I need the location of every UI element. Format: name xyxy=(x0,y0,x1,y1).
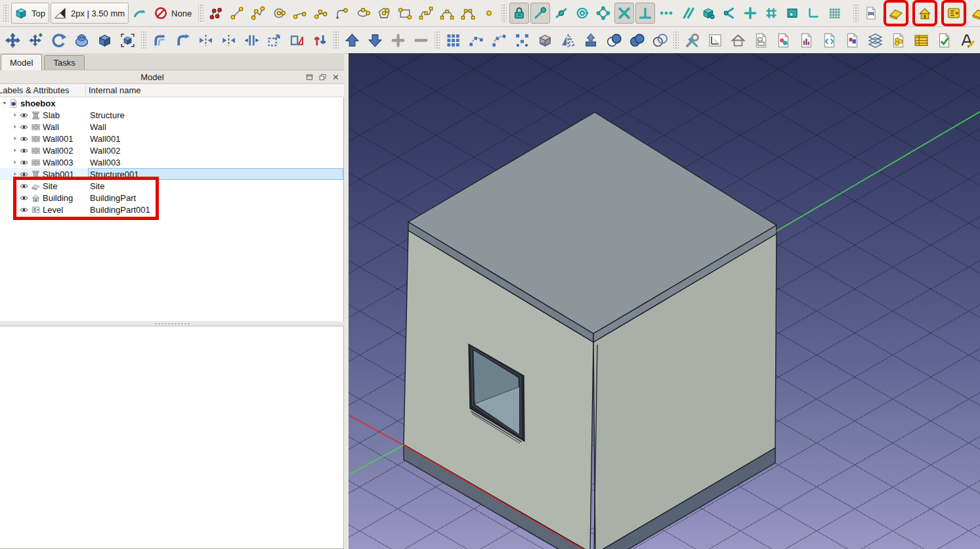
move-button[interactable] xyxy=(2,30,24,51)
trimex-button[interactable] xyxy=(172,30,194,51)
join-button[interactable] xyxy=(218,30,240,51)
clone-button[interactable] xyxy=(71,30,93,51)
visibility-eye-icon[interactable] xyxy=(19,110,29,120)
remove-component-button[interactable] xyxy=(410,30,432,51)
snap-near-button[interactable] xyxy=(698,3,718,24)
chart-button[interactable] xyxy=(796,30,817,51)
draft-sketch-button[interactable] xyxy=(206,3,226,24)
grid-toggle-button[interactable] xyxy=(824,3,844,24)
snap-extension-button[interactable] xyxy=(656,3,676,24)
toolbar-grip[interactable] xyxy=(435,31,440,49)
draft-bspline-button[interactable] xyxy=(416,3,436,24)
bim-setup-button[interactable] xyxy=(681,30,703,51)
tree-row-root[interactable]: shoebox xyxy=(0,97,343,109)
pointer-tool-button[interactable] xyxy=(130,3,150,24)
expand-arrow-down[interactable] xyxy=(0,100,9,106)
snap-working-plane-button[interactable] xyxy=(782,3,802,24)
layers-button[interactable] xyxy=(864,30,886,51)
building-button[interactable] xyxy=(915,3,935,24)
extrude-button[interactable] xyxy=(580,30,602,51)
tree-row-wall002[interactable]: Wall002Wall002 xyxy=(0,144,343,156)
snap-lock-button[interactable] xyxy=(509,3,529,24)
drawing-view-button[interactable] xyxy=(750,30,772,51)
schedule-button[interactable] xyxy=(910,30,932,51)
visibility-eye-icon[interactable] xyxy=(19,169,29,179)
union-button[interactable] xyxy=(603,30,625,51)
tree-row-slab[interactable]: SlabStructure xyxy=(0,109,343,121)
draft-arc-button[interactable] xyxy=(290,3,310,24)
column-labels-attributes[interactable]: Labels & Attributes xyxy=(0,85,86,95)
point-array-button[interactable] xyxy=(511,30,533,51)
draft-point-button[interactable] xyxy=(479,3,499,24)
working-plane-view-button[interactable] xyxy=(704,30,726,51)
toolbar-grip[interactable] xyxy=(853,4,859,22)
toolbar-grip[interactable] xyxy=(3,4,9,22)
visibility-eye-icon[interactable] xyxy=(19,181,29,191)
tree-row-wall003[interactable]: Wall003Wall003 xyxy=(0,156,343,168)
toolbar-grip[interactable] xyxy=(501,4,507,22)
preflight-button[interactable] xyxy=(933,30,955,51)
draft-arc-3points-button[interactable] xyxy=(311,3,331,24)
draft-circle-button[interactable] xyxy=(269,3,289,24)
add-component-button[interactable] xyxy=(387,30,409,51)
project-button[interactable] xyxy=(727,30,749,51)
toolbar-grip[interactable] xyxy=(333,31,339,49)
dock-icon[interactable] xyxy=(305,73,314,81)
snap-ortho-button[interactable] xyxy=(740,3,760,24)
visibility-eye-icon[interactable] xyxy=(19,146,29,156)
tab-model[interactable]: Model xyxy=(1,54,42,70)
draft-rectangle-button[interactable] xyxy=(395,3,415,24)
polar-array-button[interactable] xyxy=(488,30,510,51)
path-array-button[interactable] xyxy=(465,30,487,51)
offset-button[interactable] xyxy=(149,30,171,51)
horizontal-splitter[interactable] xyxy=(0,321,344,326)
draft-to-sketch-button[interactable] xyxy=(286,30,308,51)
snap-special-button[interactable] xyxy=(593,3,613,24)
mirror-button[interactable] xyxy=(557,30,579,51)
tree-row-level[interactable]: LevelBuildingPart001 xyxy=(0,204,343,215)
annotation-styles-button[interactable] xyxy=(956,30,978,51)
site-button[interactable] xyxy=(886,3,906,24)
upgrade-button[interactable] xyxy=(341,30,363,51)
expand-arrow-right[interactable] xyxy=(11,123,19,130)
snap-perpendicular-button[interactable] xyxy=(635,3,655,24)
image-plane-button[interactable] xyxy=(773,30,795,51)
split-button[interactable] xyxy=(195,30,217,51)
visibility-eye-icon[interactable] xyxy=(19,134,29,144)
toolbar-grip[interactable] xyxy=(141,31,146,49)
box-button[interactable] xyxy=(534,30,556,51)
3d-viewport[interactable] xyxy=(349,53,980,549)
toolbar-grip[interactable] xyxy=(198,4,203,22)
level-button[interactable] xyxy=(944,3,964,24)
pages-button[interactable] xyxy=(842,30,863,51)
snap-midpoint-button[interactable] xyxy=(551,3,571,24)
column-internal-name[interactable]: Internal name xyxy=(86,85,344,95)
snap-center-button[interactable] xyxy=(572,3,592,24)
stretch-button[interactable] xyxy=(241,30,263,51)
snap-parallel-button[interactable] xyxy=(677,3,697,24)
tree-row-wall[interactable]: WallWall xyxy=(0,121,343,133)
visibility-eye-icon[interactable] xyxy=(19,158,29,167)
expand-arrow-right[interactable] xyxy=(11,171,19,177)
tree-row-wall001[interactable]: Wall001Wall001 xyxy=(0,133,343,144)
snap-angle-button[interactable] xyxy=(719,3,739,24)
ortho-array-button[interactable] xyxy=(442,30,464,51)
simple-copy-button[interactable] xyxy=(117,30,138,51)
snap-endpoint-button[interactable] xyxy=(530,3,550,24)
visibility-eye-icon[interactable] xyxy=(19,193,29,203)
visibility-eye-icon[interactable] xyxy=(19,122,29,132)
view-direction-button[interactable]: Top xyxy=(11,3,49,24)
expand-arrow-right[interactable] xyxy=(11,112,19,118)
property-panel-empty[interactable] xyxy=(0,326,344,549)
float-icon[interactable] xyxy=(318,73,327,81)
bim-views-button[interactable] xyxy=(861,3,881,24)
tree-column-header[interactable]: Labels & Attributes Internal name xyxy=(0,84,344,97)
tree-row-building[interactable]: BuildingBuildingPart xyxy=(0,192,343,204)
apply-style-button[interactable] xyxy=(309,30,331,51)
draft-polyline-button[interactable] xyxy=(248,3,268,24)
snap-dimensions-button[interactable] xyxy=(803,3,823,24)
array-button[interactable] xyxy=(94,30,116,51)
draft-bezier-button[interactable] xyxy=(437,3,457,24)
autogroup-button[interactable]: None xyxy=(151,3,196,24)
draft-line-button[interactable] xyxy=(227,3,247,24)
